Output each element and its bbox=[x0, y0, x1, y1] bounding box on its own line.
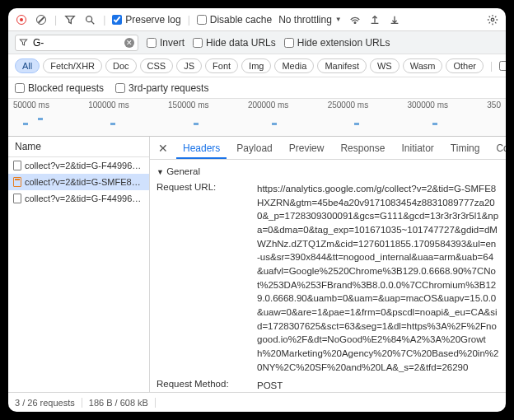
type-chip-css[interactable]: CSS bbox=[140, 58, 174, 73]
funnel-icon bbox=[19, 38, 28, 47]
request-row[interactable]: collect?v=2&tid=G-SMFE8H… bbox=[8, 174, 149, 190]
request-url-row: Request URL: https://analytics.google.co… bbox=[157, 180, 499, 376]
filter-input-box[interactable]: ✕ bbox=[15, 35, 138, 51]
tab-payload[interactable]: Payload bbox=[230, 138, 278, 159]
timeline-tick: 150000 ms bbox=[168, 100, 208, 110]
invert-checkbox[interactable]: Invert bbox=[147, 37, 185, 49]
type-chip-media[interactable]: Media bbox=[274, 58, 314, 73]
general-section-header[interactable]: ▼ General bbox=[157, 163, 499, 180]
document-icon-orange bbox=[13, 177, 21, 187]
main-toolbar: | | Preserve log | Disable cache No thro… bbox=[8, 8, 506, 31]
type-chip-all[interactable]: All bbox=[15, 58, 40, 73]
timeline-tick: 50000 ms bbox=[13, 100, 49, 110]
headers-tab-content: ▼ General Request URL: https://analytics… bbox=[150, 160, 506, 392]
timeline-tick: 300000 ms bbox=[408, 100, 448, 110]
blocked-cookies-checkbox[interactable]: Blocked response cookies bbox=[499, 54, 506, 77]
request-method-key: Request Method: bbox=[157, 379, 257, 389]
gear-icon[interactable] bbox=[486, 13, 499, 26]
request-list: Name collect?v=2&tid=G-F44996…collect?v=… bbox=[8, 137, 150, 392]
details-tabs: ✕ HeadersPayloadPreviewResponseInitiator… bbox=[150, 137, 506, 160]
type-chip-wasm[interactable]: Wasm bbox=[403, 58, 443, 73]
type-chip-other[interactable]: Other bbox=[446, 58, 484, 73]
close-details-icon[interactable]: ✕ bbox=[153, 142, 173, 155]
extra-filters: Blocked requests 3rd-party requests bbox=[8, 77, 506, 99]
timeline-tick: 100000 ms bbox=[88, 100, 128, 110]
transfer-size: 186 B / 608 kB bbox=[82, 398, 156, 408]
general-section-label: General bbox=[166, 166, 200, 176]
network-conditions-icon[interactable] bbox=[348, 13, 362, 26]
timeline-tick: 350 bbox=[487, 100, 501, 110]
upload-icon[interactable] bbox=[368, 13, 381, 26]
tab-headers[interactable]: Headers bbox=[176, 138, 227, 159]
hide-data-urls-label: Hide data URLs bbox=[206, 37, 276, 49]
tab-response[interactable]: Response bbox=[334, 138, 391, 159]
filter-bar: ✕ Invert Hide data URLs Hide extension U… bbox=[8, 31, 506, 54]
download-icon[interactable] bbox=[388, 13, 401, 26]
type-chip-img[interactable]: Img bbox=[241, 58, 271, 73]
document-icon bbox=[13, 194, 21, 203]
chevron-down-icon: ▼ bbox=[335, 16, 342, 23]
throttling-label: No throttling bbox=[278, 14, 332, 26]
request-row[interactable]: collect?v=2&tid=G-F44996… bbox=[8, 190, 149, 207]
resource-type-filters: AllFetch/XHRDocCSSJSFontImgMediaManifest… bbox=[8, 54, 506, 77]
type-chip-manifest[interactable]: Manifest bbox=[317, 58, 367, 73]
request-name: collect?v=2&tid=G-F44996… bbox=[25, 161, 141, 170]
request-name: collect?v=2&tid=G-F44996… bbox=[25, 194, 141, 203]
third-party-checkbox[interactable]: 3rd-party requests bbox=[115, 82, 208, 94]
preserve-log-checkbox[interactable]: Preserve log bbox=[112, 14, 180, 26]
request-url-value[interactable]: https://analytics.google.com/g/collect?v… bbox=[257, 182, 499, 374]
document-icon bbox=[13, 161, 21, 170]
type-chip-ws[interactable]: WS bbox=[370, 58, 400, 73]
timeline-tick: 200000 ms bbox=[248, 100, 288, 110]
third-party-label: 3rd-party requests bbox=[128, 82, 208, 94]
tab-initiator[interactable]: Initiator bbox=[395, 138, 440, 159]
timeline-overview[interactable]: 50000 ms100000 ms150000 ms200000 ms25000… bbox=[8, 99, 506, 137]
request-name: collect?v=2&tid=G-SMFE8H… bbox=[25, 177, 144, 187]
request-method-value: POST bbox=[257, 379, 499, 392]
svg-point-0 bbox=[86, 16, 92, 21]
type-chip-fetch-xhr[interactable]: Fetch/XHR bbox=[43, 58, 102, 73]
hide-data-urls-checkbox[interactable]: Hide data URLs bbox=[193, 37, 276, 49]
type-chip-js[interactable]: JS bbox=[176, 58, 202, 73]
name-column-header[interactable]: Name bbox=[8, 137, 149, 157]
tab-preview[interactable]: Preview bbox=[283, 138, 331, 159]
devtools-network-panel: | | Preserve log | Disable cache No thro… bbox=[8, 8, 506, 412]
disclosure-triangle-icon: ▼ bbox=[157, 168, 164, 176]
record-button[interactable] bbox=[15, 13, 28, 26]
svg-point-2 bbox=[491, 18, 494, 21]
preserve-log-label: Preserve log bbox=[125, 14, 180, 26]
disable-cache-label: Disable cache bbox=[210, 14, 272, 26]
hide-ext-urls-checkbox[interactable]: Hide extension URLs bbox=[284, 37, 390, 49]
filter-icon[interactable] bbox=[63, 13, 77, 26]
request-url-key: Request URL: bbox=[157, 182, 257, 192]
clear-button[interactable] bbox=[35, 13, 48, 26]
clear-filter-icon[interactable]: ✕ bbox=[124, 38, 134, 48]
blocked-requests-checkbox[interactable]: Blocked requests bbox=[15, 82, 104, 94]
invert-label: Invert bbox=[160, 37, 185, 49]
hide-ext-urls-label: Hide extension URLs bbox=[297, 37, 390, 49]
tab-timing[interactable]: Timing bbox=[444, 138, 487, 159]
main-split: Name collect?v=2&tid=G-F44996…collect?v=… bbox=[8, 137, 506, 392]
request-count: 3 / 26 requests bbox=[8, 398, 82, 408]
disable-cache-checkbox[interactable]: Disable cache bbox=[197, 14, 272, 26]
type-chip-doc[interactable]: Doc bbox=[105, 58, 137, 73]
request-row[interactable]: collect?v=2&tid=G-F44996… bbox=[8, 157, 149, 174]
svg-point-1 bbox=[354, 21, 356, 23]
search-icon[interactable] bbox=[83, 13, 96, 26]
status-bar: 3 / 26 requests 186 B / 608 kB bbox=[8, 392, 506, 412]
filter-input[interactable] bbox=[31, 36, 121, 49]
request-details: ✕ HeadersPayloadPreviewResponseInitiator… bbox=[150, 137, 506, 392]
blocked-requests-label: Blocked requests bbox=[28, 82, 104, 94]
request-method-row: Request Method: POST bbox=[157, 376, 499, 392]
throttling-dropdown[interactable]: No throttling ▼ bbox=[278, 14, 342, 26]
type-chip-font[interactable]: Font bbox=[205, 58, 238, 73]
timeline-tick: 250000 ms bbox=[328, 100, 368, 110]
tab-cookies[interactable]: Cookies bbox=[489, 138, 506, 159]
